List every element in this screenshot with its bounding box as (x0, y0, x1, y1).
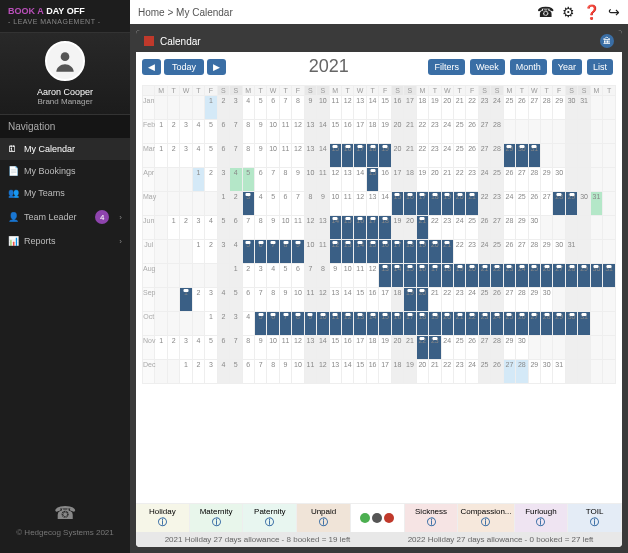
day-cell[interactable]: 3 (217, 240, 229, 264)
day-cell[interactable]: 27 (516, 168, 528, 192)
day-cell[interactable]: 12 (354, 192, 366, 216)
day-cell[interactable]: 19 (441, 192, 453, 216)
day-cell[interactable]: 22 (453, 240, 465, 264)
day-cell[interactable]: 18 (416, 96, 428, 120)
day-cell[interactable]: 29 (503, 336, 515, 360)
day-cell[interactable]: 5 (230, 360, 242, 384)
day-cell[interactable]: 3 (205, 288, 217, 312)
day-cell[interactable]: 21 (404, 144, 416, 168)
day-cell[interactable]: 1 (180, 288, 192, 312)
day-cell[interactable]: 20 (441, 96, 453, 120)
day-cell[interactable]: 14 (354, 240, 366, 264)
day-cell[interactable]: 12 (304, 216, 316, 240)
day-cell[interactable]: 10 (317, 96, 329, 120)
day-cell[interactable]: 18 (366, 120, 378, 144)
day-cell[interactable]: 14 (342, 288, 354, 312)
day-cell[interactable]: 4 (242, 96, 254, 120)
day-cell[interactable]: 29 (541, 240, 553, 264)
day-cell[interactable]: 20 (391, 144, 403, 168)
day-cell[interactable]: 1 (155, 336, 167, 360)
legend-status[interactable] (351, 504, 405, 532)
day-cell[interactable]: 16 (342, 144, 354, 168)
day-cell[interactable]: 8 (267, 360, 279, 384)
day-cell[interactable]: 15 (354, 288, 366, 312)
day-cell[interactable]: 20 (391, 120, 403, 144)
day-cell[interactable]: 11 (342, 192, 354, 216)
day-cell[interactable]: 31 (578, 96, 590, 120)
day-cell[interactable]: 14 (342, 360, 354, 384)
day-cell[interactable]: 9 (279, 360, 291, 384)
day-cell[interactable]: 6 (242, 360, 254, 384)
day-cell[interactable]: 14 (317, 120, 329, 144)
day-cell[interactable]: 22 (416, 120, 428, 144)
day-cell[interactable]: 6 (267, 96, 279, 120)
day-cell[interactable]: 5 (217, 216, 229, 240)
day-cell[interactable]: 23 (503, 264, 515, 288)
day-cell[interactable]: 11 (279, 120, 291, 144)
day-cell[interactable]: 4 (267, 264, 279, 288)
day-cell[interactable]: 18 (404, 168, 416, 192)
day-cell[interactable]: 3 (180, 120, 192, 144)
day-cell[interactable]: 10 (329, 192, 341, 216)
day-cell[interactable]: 7 (279, 312, 291, 336)
day-cell[interactable]: 7 (230, 120, 242, 144)
day-cell[interactable]: 5 (267, 192, 279, 216)
day-cell[interactable]: 7 (254, 360, 266, 384)
day-cell[interactable]: 20 (391, 336, 403, 360)
day-cell[interactable]: 26 (478, 216, 490, 240)
sidebar-item-my-teams[interactable]: 👥My Teams (0, 182, 130, 204)
legend-furlough[interactable]: Furloughⓘ (515, 504, 569, 532)
day-cell[interactable]: 17 (391, 168, 403, 192)
day-cell[interactable]: 5 (279, 264, 291, 288)
sidebar-item-team-leader[interactable]: 👤Team Leader4› (0, 204, 130, 230)
day-cell[interactable]: 15 (379, 96, 391, 120)
day-cell[interactable]: 16 (366, 360, 378, 384)
day-cell[interactable]: 10 (292, 360, 304, 384)
day-cell[interactable]: 6 (267, 312, 279, 336)
day-cell[interactable]: 11 (279, 144, 291, 168)
day-cell[interactable]: 10 (267, 336, 279, 360)
day-cell[interactable]: 20 (466, 264, 478, 288)
day-cell[interactable]: 7 (279, 96, 291, 120)
day-cell[interactable]: 4 (230, 168, 242, 192)
day-cell[interactable]: 4 (217, 360, 229, 384)
day-cell[interactable]: 14 (379, 192, 391, 216)
day-cell[interactable]: 18 (379, 216, 391, 240)
day-cell[interactable]: 24 (478, 168, 490, 192)
day-cell[interactable]: 29 (578, 264, 590, 288)
day-cell[interactable]: 8 (242, 120, 254, 144)
list-button[interactable]: List (587, 59, 613, 75)
day-cell[interactable]: 9 (292, 168, 304, 192)
day-cell[interactable]: 27 (541, 192, 553, 216)
day-cell[interactable]: 7 (304, 264, 316, 288)
day-cell[interactable]: 24 (491, 312, 503, 336)
day-cell[interactable]: 18 (441, 264, 453, 288)
day-cell[interactable]: 31 (553, 360, 565, 384)
day-cell[interactable]: 5 (254, 312, 266, 336)
day-cell[interactable]: 21 (404, 120, 416, 144)
sidebar-item-my-calendar[interactable]: 🗓My Calendar (0, 138, 130, 160)
day-cell[interactable]: 5 (230, 288, 242, 312)
day-cell[interactable]: 8 (317, 264, 329, 288)
day-cell[interactable]: 11 (279, 336, 291, 360)
day-cell[interactable]: 19 (429, 96, 441, 120)
day-cell[interactable]: 22 (429, 216, 441, 240)
day-cell[interactable]: 22 (453, 168, 465, 192)
day-cell[interactable]: 8 (242, 144, 254, 168)
day-cell[interactable]: 4 (217, 288, 229, 312)
legend-paternity[interactable]: Paternityⓘ (243, 504, 297, 532)
day-cell[interactable]: 28 (528, 168, 540, 192)
day-cell[interactable]: 16 (379, 240, 391, 264)
day-cell[interactable]: 23 (491, 192, 503, 216)
day-cell[interactable]: 5 (205, 144, 217, 168)
day-cell[interactable]: 13 (329, 360, 341, 384)
day-cell[interactable]: 4 (192, 120, 204, 144)
day-cell[interactable]: 8 (254, 216, 266, 240)
day-cell[interactable]: 11 (317, 240, 329, 264)
day-cell[interactable]: 27 (503, 288, 515, 312)
day-cell[interactable]: 12 (292, 120, 304, 144)
day-cell[interactable]: 16 (404, 192, 416, 216)
day-cell[interactable]: 1 (217, 192, 229, 216)
day-cell[interactable]: 8 (292, 312, 304, 336)
day-cell[interactable]: 17 (366, 216, 378, 240)
